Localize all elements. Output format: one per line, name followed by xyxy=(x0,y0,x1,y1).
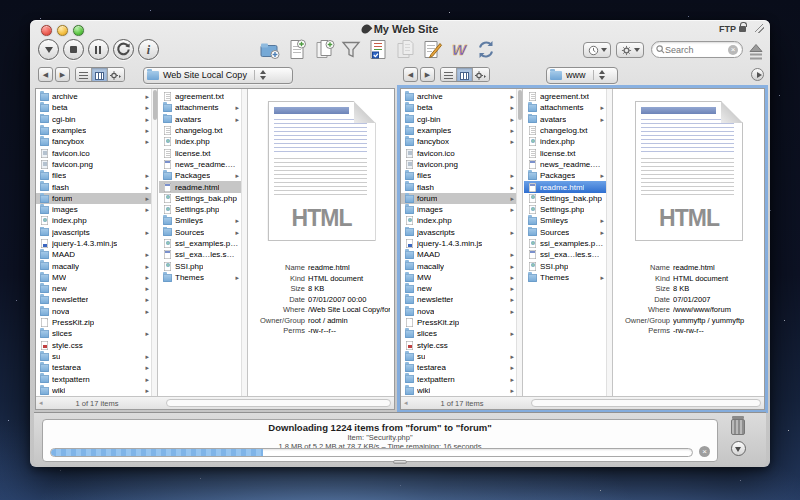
file-row[interactable]: new▸ xyxy=(401,283,522,294)
clear-search-icon[interactable]: × xyxy=(728,45,738,55)
view-list-button[interactable] xyxy=(76,68,92,81)
file-row[interactable]: license.txt xyxy=(159,147,247,158)
file-row[interactable]: su▸ xyxy=(401,351,522,362)
file-row[interactable]: PressKit.zip xyxy=(36,317,157,328)
file-row[interactable]: files▸ xyxy=(401,170,522,181)
file-row[interactable]: textpattern▸ xyxy=(36,373,157,384)
file-row[interactable]: readme.html xyxy=(159,181,247,192)
scrollbar[interactable] xyxy=(516,89,522,409)
app-logo-button[interactable]: W xyxy=(448,38,470,61)
file-row[interactable]: Settings.php xyxy=(524,204,612,215)
file-row[interactable]: jquery-1.4.3.min.js xyxy=(36,238,157,249)
file-row[interactable]: testarea▸ xyxy=(36,362,157,373)
back-button[interactable]: ◀ xyxy=(38,67,53,82)
file-row[interactable]: flash▸ xyxy=(36,181,157,192)
file-row[interactable]: Settings.php xyxy=(159,204,247,215)
scrollbar[interactable] xyxy=(151,89,157,409)
file-row[interactable]: images▸ xyxy=(36,204,157,215)
file-row[interactable]: SSI.php xyxy=(524,260,612,271)
file-row[interactable]: favicon.ico xyxy=(401,147,522,158)
file-row[interactable]: ssi_exa…les.shtml xyxy=(159,249,247,260)
file-row[interactable]: Themes▸ xyxy=(524,272,612,283)
file-row[interactable]: wiki▸ xyxy=(401,385,522,396)
actions-button[interactable] xyxy=(616,42,644,58)
download-arrow-button[interactable] xyxy=(731,441,746,456)
file-row[interactable]: agreement.txt xyxy=(159,91,247,102)
scrollbar[interactable] xyxy=(241,89,247,409)
file-row[interactable]: changelog.txt xyxy=(159,125,247,136)
back-button[interactable]: ◀ xyxy=(403,67,418,82)
file-row[interactable]: changelog.txt xyxy=(524,125,612,136)
search-field[interactable]: × xyxy=(651,41,743,58)
file-row[interactable]: index.php xyxy=(159,136,247,147)
stop-button[interactable] xyxy=(63,39,84,60)
refresh-button[interactable] xyxy=(113,39,134,60)
duplicate-button[interactable] xyxy=(313,38,335,61)
file-row[interactable]: news_readme.html xyxy=(159,159,247,170)
file-row[interactable]: license.txt xyxy=(524,147,612,158)
file-row[interactable]: Smileys▸ xyxy=(159,215,247,226)
file-row[interactable]: cgi-bin▸ xyxy=(36,114,157,125)
file-row[interactable]: new▸ xyxy=(36,283,157,294)
file-row[interactable]: avatars▸ xyxy=(524,114,612,125)
file-row[interactable]: agreement.txt xyxy=(524,91,612,102)
file-row[interactable]: favicon.png xyxy=(36,159,157,170)
file-row[interactable]: MW▸ xyxy=(36,272,157,283)
scrollbar[interactable] xyxy=(606,89,612,409)
history-button[interactable] xyxy=(583,42,611,58)
preview-button[interactable] xyxy=(394,38,416,61)
view-columns-button[interactable] xyxy=(92,68,108,81)
info-button[interactable]: i xyxy=(138,39,159,60)
file-row[interactable]: fancybox▸ xyxy=(401,136,522,147)
file-row[interactable]: ssi_exa…les.shtml xyxy=(524,249,612,260)
file-row[interactable]: Sources▸ xyxy=(159,227,247,238)
file-row[interactable]: favicon.ico xyxy=(36,147,157,158)
resize-grip-icon[interactable] xyxy=(755,24,764,33)
file-row[interactable]: beta▸ xyxy=(36,102,157,113)
edit-button[interactable] xyxy=(421,38,443,61)
cancel-transfer-icon[interactable]: × xyxy=(699,446,710,457)
file-row[interactable]: textpattern▸ xyxy=(401,373,522,384)
file-row[interactable]: favicon.png xyxy=(401,159,522,170)
file-row[interactable]: newsletter▸ xyxy=(36,294,157,305)
file-row[interactable]: MAAD▸ xyxy=(401,249,522,260)
file-row[interactable]: Packages▸ xyxy=(159,170,247,181)
file-row[interactable]: Settings_bak.php xyxy=(524,193,612,204)
file-row[interactable]: Settings_bak.php xyxy=(159,193,247,204)
levels-button[interactable] xyxy=(745,40,767,63)
file-row[interactable]: MAAD▸ xyxy=(36,249,157,260)
file-row[interactable]: index.php xyxy=(36,215,157,226)
pane-actions-button[interactable] xyxy=(108,68,124,81)
horizontal-scrollbar[interactable] xyxy=(531,399,761,407)
filter-button[interactable] xyxy=(340,38,362,61)
file-row[interactable]: flash▸ xyxy=(401,181,522,192)
file-row[interactable]: Sources▸ xyxy=(524,227,612,238)
new-folder-button[interactable] xyxy=(259,38,281,61)
forward-button[interactable]: ▶ xyxy=(55,67,70,82)
file-row[interactable]: ssi_examples.php xyxy=(524,238,612,249)
file-row[interactable]: Smileys▸ xyxy=(524,215,612,226)
file-row[interactable]: ssi_examples.php xyxy=(159,238,247,249)
pause-button[interactable] xyxy=(88,39,109,60)
file-row[interactable]: slices▸ xyxy=(401,328,522,339)
file-row[interactable]: attachments▸ xyxy=(524,102,612,113)
file-row[interactable]: newsletter▸ xyxy=(401,294,522,305)
file-row[interactable]: wiki▸ xyxy=(36,385,157,396)
file-row[interactable]: Themes▸ xyxy=(159,272,247,283)
trash-icon[interactable] xyxy=(731,416,745,435)
forward-button[interactable]: ▶ xyxy=(420,67,435,82)
file-row[interactable]: index.php xyxy=(401,215,522,226)
file-row[interactable]: nova▸ xyxy=(36,306,157,317)
tasks-button[interactable] xyxy=(367,38,389,61)
file-row[interactable]: javascripts▸ xyxy=(401,227,522,238)
pane-actions-button[interactable] xyxy=(473,68,489,81)
file-row[interactable]: Packages▸ xyxy=(524,170,612,181)
download-button[interactable] xyxy=(38,39,59,60)
file-row[interactable]: forum▸ xyxy=(401,193,522,204)
remote-path-popup[interactable]: www xyxy=(546,67,618,84)
file-row[interactable]: examples▸ xyxy=(36,125,157,136)
sync-button[interactable] xyxy=(475,38,497,61)
file-row[interactable]: beta▸ xyxy=(401,102,522,113)
file-row[interactable]: images▸ xyxy=(401,204,522,215)
search-input[interactable] xyxy=(665,45,717,55)
